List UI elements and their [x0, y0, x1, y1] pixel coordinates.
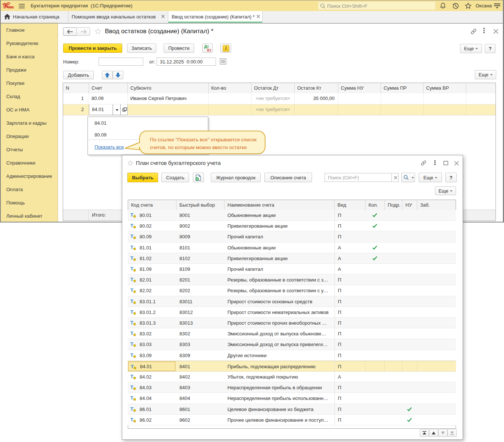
svg-text:По ссылке "Показать все" откры: По ссылке "Показать все" открывается спи… [150, 137, 257, 142]
svg-text:счетов, по которым можно ввест: счетов, по которым можно ввести остатки [150, 145, 247, 150]
